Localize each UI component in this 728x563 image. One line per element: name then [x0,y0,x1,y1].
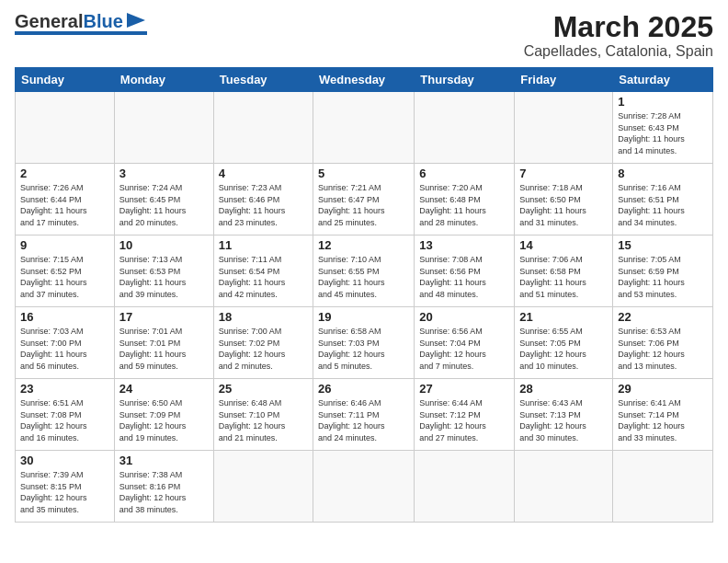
calendar-title: March 2025 [524,11,713,43]
table-row: 9Sunrise: 7:15 AM Sunset: 6:52 PM Daylig… [16,236,115,307]
table-row: 28Sunrise: 6:43 AM Sunset: 7:13 PM Dayli… [515,379,613,451]
table-row: 14Sunrise: 7:06 AM Sunset: 6:58 PM Dayli… [515,236,613,307]
day-number: 14 [519,238,608,252]
table-row [213,92,313,164]
table-row: 25Sunrise: 6:48 AM Sunset: 7:10 PM Dayli… [213,379,313,451]
table-row [213,451,313,523]
table-row: 16Sunrise: 7:03 AM Sunset: 7:00 PM Dayli… [16,307,115,379]
day-number: 3 [119,167,209,180]
table-row [515,451,613,523]
table-row: 2Sunrise: 7:26 AM Sunset: 6:44 PM Daylig… [16,164,115,236]
day-info: Sunrise: 6:58 AM Sunset: 7:03 PM Dayligh… [318,326,409,372]
day-number: 27 [419,382,509,396]
day-number: 10 [119,238,209,252]
table-row: 23Sunrise: 6:51 AM Sunset: 7:08 PM Dayli… [16,379,115,451]
day-info: Sunrise: 7:03 AM Sunset: 7:00 PM Dayligh… [20,326,109,372]
table-row: 19Sunrise: 6:58 AM Sunset: 7:03 PM Dayli… [313,307,415,379]
col-monday: Monday [114,68,213,92]
day-info: Sunrise: 6:51 AM Sunset: 7:08 PM Dayligh… [20,397,109,443]
day-info: Sunrise: 7:16 AM Sunset: 6:51 PM Dayligh… [618,182,708,228]
day-info: Sunrise: 7:15 AM Sunset: 6:52 PM Dayligh… [20,254,109,300]
day-number: 13 [419,238,509,252]
day-info: Sunrise: 7:21 AM Sunset: 6:47 PM Dayligh… [318,182,409,228]
page: General Blue March 2025 Capellades, Cata… [0,0,728,563]
day-number: 30 [20,454,109,467]
day-info: Sunrise: 7:39 AM Sunset: 8:15 PM Dayligh… [20,469,109,515]
day-info: Sunrise: 7:05 AM Sunset: 6:59 PM Dayligh… [618,254,708,300]
table-row: 13Sunrise: 7:08 AM Sunset: 6:56 PM Dayli… [415,236,515,307]
table-row: 1Sunrise: 7:28 AM Sunset: 6:43 PM Daylig… [613,92,713,164]
calendar-subtitle: Capellades, Catalonia, Spain [524,43,713,60]
table-row: 6Sunrise: 7:20 AM Sunset: 6:48 PM Daylig… [415,164,515,236]
day-number: 15 [618,238,708,252]
table-row: 5Sunrise: 7:21 AM Sunset: 6:47 PM Daylig… [313,164,415,236]
day-number: 28 [519,382,608,396]
day-number: 18 [219,310,308,324]
logo: General Blue [15,11,147,35]
calendar-week-row: 16Sunrise: 7:03 AM Sunset: 7:00 PM Dayli… [16,307,713,379]
calendar-week-row: 23Sunrise: 6:51 AM Sunset: 7:08 PM Dayli… [16,379,713,451]
day-info: Sunrise: 7:13 AM Sunset: 6:53 PM Dayligh… [119,254,209,300]
calendar-header-row: Sunday Monday Tuesday Wednesday Thursday… [16,68,713,92]
day-number: 5 [318,167,409,180]
day-number: 4 [219,167,308,180]
day-info: Sunrise: 6:55 AM Sunset: 7:05 PM Dayligh… [519,326,608,372]
day-info: Sunrise: 7:24 AM Sunset: 6:45 PM Dayligh… [119,182,209,228]
table-row: 4Sunrise: 7:23 AM Sunset: 6:46 PM Daylig… [213,164,313,236]
day-info: Sunrise: 6:56 AM Sunset: 7:04 PM Dayligh… [419,326,509,372]
day-number: 8 [618,167,708,180]
table-row: 12Sunrise: 7:10 AM Sunset: 6:55 PM Dayli… [313,236,415,307]
table-row: 20Sunrise: 6:56 AM Sunset: 7:04 PM Dayli… [415,307,515,379]
logo-blue-text: Blue [83,12,122,30]
day-number: 23 [20,382,109,396]
table-row [415,451,515,523]
day-info: Sunrise: 6:50 AM Sunset: 7:09 PM Dayligh… [119,397,209,443]
table-row: 7Sunrise: 7:18 AM Sunset: 6:50 PM Daylig… [515,164,613,236]
logo-arrow-icon [127,11,147,29]
table-row [415,92,515,164]
day-number: 29 [618,382,708,396]
header: General Blue March 2025 Capellades, Cata… [15,11,713,60]
calendar-week-row: 30Sunrise: 7:39 AM Sunset: 8:15 PM Dayli… [16,451,713,523]
table-row: 15Sunrise: 7:05 AM Sunset: 6:59 PM Dayli… [613,236,713,307]
col-sunday: Sunday [16,68,115,92]
day-info: Sunrise: 6:48 AM Sunset: 7:10 PM Dayligh… [219,397,308,443]
day-info: Sunrise: 7:10 AM Sunset: 6:55 PM Dayligh… [318,254,409,300]
col-saturday: Saturday [613,68,713,92]
day-info: Sunrise: 7:23 AM Sunset: 6:46 PM Dayligh… [219,182,308,228]
day-info: Sunrise: 7:06 AM Sunset: 6:58 PM Dayligh… [519,254,608,300]
day-number: 19 [318,310,409,324]
logo-underline [15,31,147,35]
table-row [613,451,713,523]
day-info: Sunrise: 6:53 AM Sunset: 7:06 PM Dayligh… [618,326,708,372]
day-number: 25 [219,382,308,396]
day-number: 7 [519,167,608,180]
day-number: 6 [419,167,509,180]
day-number: 16 [20,310,109,324]
table-row: 27Sunrise: 6:44 AM Sunset: 7:12 PM Dayli… [415,379,515,451]
day-info: Sunrise: 7:11 AM Sunset: 6:54 PM Dayligh… [219,254,308,300]
day-number: 9 [20,238,109,252]
day-info: Sunrise: 6:46 AM Sunset: 7:11 PM Dayligh… [318,397,409,443]
table-row: 3Sunrise: 7:24 AM Sunset: 6:45 PM Daylig… [114,164,213,236]
day-info: Sunrise: 7:38 AM Sunset: 8:16 PM Dayligh… [119,469,209,515]
day-info: Sunrise: 6:41 AM Sunset: 7:14 PM Dayligh… [618,397,708,443]
title-block: March 2025 Capellades, Catalonia, Spain [524,11,713,60]
calendar-week-row: 9Sunrise: 7:15 AM Sunset: 6:52 PM Daylig… [16,236,713,307]
day-number: 22 [618,310,708,324]
table-row: 17Sunrise: 7:01 AM Sunset: 7:01 PM Dayli… [114,307,213,379]
day-number: 1 [618,95,708,109]
col-wednesday: Wednesday [313,68,415,92]
table-row [313,451,415,523]
day-info: Sunrise: 7:20 AM Sunset: 6:48 PM Dayligh… [419,182,509,228]
day-number: 2 [20,167,109,180]
day-info: Sunrise: 7:26 AM Sunset: 6:44 PM Dayligh… [20,182,109,228]
calendar-table: Sunday Monday Tuesday Wednesday Thursday… [15,67,713,523]
col-tuesday: Tuesday [213,68,313,92]
table-row: 18Sunrise: 7:00 AM Sunset: 7:02 PM Dayli… [213,307,313,379]
table-row [114,92,213,164]
day-number: 17 [119,310,209,324]
day-info: Sunrise: 7:01 AM Sunset: 7:01 PM Dayligh… [119,326,209,372]
day-info: Sunrise: 7:28 AM Sunset: 6:43 PM Dayligh… [618,110,708,156]
table-row: 30Sunrise: 7:39 AM Sunset: 8:15 PM Dayli… [16,451,115,523]
